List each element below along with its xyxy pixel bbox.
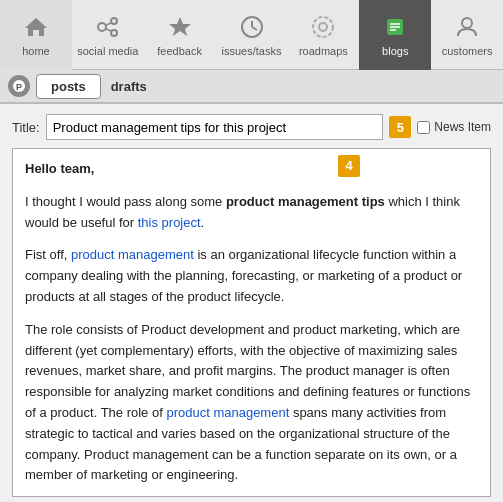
svg-line-5 [106,29,111,31]
step5-badge: 5 [389,116,411,138]
nav-feedback[interactable]: feedback [144,0,216,70]
nav-home[interactable]: home [0,0,72,70]
step4-badge: 4 [338,155,360,177]
svg-text:P: P [16,82,22,92]
customer-icon [453,13,481,41]
nav-customers[interactable]: customers [431,0,503,70]
feedback-icon [166,13,194,41]
title-row: Title: 5 News Item [12,114,491,140]
nav-roadmaps[interactable]: roadmaps [287,0,359,70]
svg-marker-6 [169,17,191,36]
drafts-label: drafts [107,79,151,94]
svg-line-9 [252,27,257,30]
title-input[interactable] [46,114,384,140]
nav-customers-label: customers [442,45,493,57]
nav-issues-label: issues/tasks [222,45,282,57]
clock-icon [238,13,266,41]
editor-para-4: The role consists of Product development… [25,320,478,486]
nav-blogs[interactable]: blogs [359,0,431,70]
home-icon [22,13,50,41]
nav-issues-tasks[interactable]: issues/tasks [216,0,288,70]
main-area: Title: 5 News Item 4 Hello team, I thoug… [0,104,503,502]
svg-point-3 [111,30,117,36]
svg-point-10 [313,17,333,37]
svg-point-2 [111,18,117,24]
nav-social-label: social media [77,45,138,57]
editor-area[interactable]: 4 Hello team, I thought I would pass alo… [12,148,491,497]
title-label: Title: [12,120,40,135]
nav-feedback-label: feedback [157,45,202,57]
second-bar: P posts drafts [0,70,503,104]
blog-icon [381,13,409,41]
editor-para-3: Fist off, product management is an organ… [25,245,478,307]
editor-para-2: I thought I would pass along some produc… [25,192,478,234]
svg-line-4 [106,23,111,25]
svg-point-16 [462,18,472,28]
social-icon [94,13,122,41]
nav-home-label: home [22,45,50,57]
svg-point-11 [319,23,327,31]
nav-blogs-label: blogs [382,45,408,57]
news-item-checkbox[interactable] [417,121,430,134]
svg-marker-0 [25,18,47,36]
news-item-label[interactable]: News Item [417,120,491,134]
logo-icon: P [8,75,30,97]
roadmap-icon [309,13,337,41]
nav-social-media[interactable]: social media [72,0,144,70]
posts-tab[interactable]: posts [36,74,101,99]
editor-para-1: Hello team, [25,159,478,180]
svg-point-1 [98,23,106,31]
nav-roadmaps-label: roadmaps [299,45,348,57]
top-navigation: home social media feedback [0,0,503,70]
